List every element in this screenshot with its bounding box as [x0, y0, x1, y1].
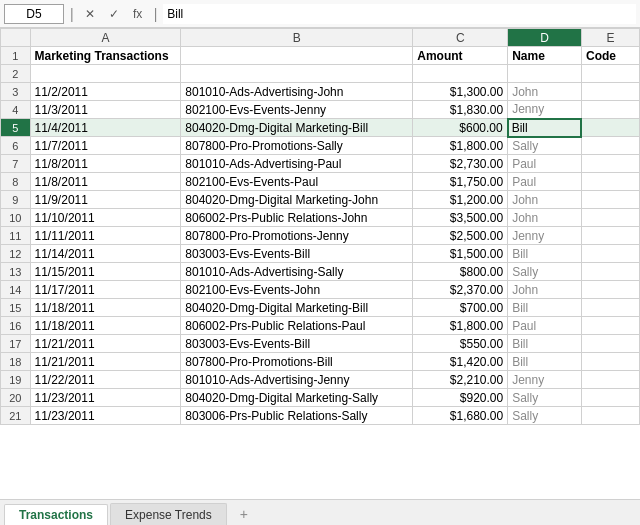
col-header-e[interactable]: E [581, 29, 639, 47]
row-header[interactable]: 3 [1, 83, 31, 101]
cell-e[interactable] [581, 371, 639, 389]
row-header[interactable]: 14 [1, 281, 31, 299]
cell-e[interactable] [581, 353, 639, 371]
tab-expense-trends[interactable]: Expense Trends [110, 503, 227, 525]
cell-b[interactable] [181, 65, 413, 83]
cell-e[interactable] [581, 227, 639, 245]
cell-b[interactable]: 802100-Evs-Events-Jenny [181, 101, 413, 119]
cell-a[interactable]: 11/22/2011 [30, 371, 181, 389]
cell-e[interactable] [581, 281, 639, 299]
cell-e[interactable] [581, 83, 639, 101]
col-header-d[interactable]: D [508, 29, 582, 47]
cell-d[interactable]: Sally [508, 389, 582, 407]
cell-c[interactable]: $1,500.00 [413, 245, 508, 263]
row-header[interactable]: 8 [1, 173, 31, 191]
cell-d[interactable]: Jenny [508, 371, 582, 389]
cell-b[interactable]: 804020-Dmg-Digital Marketing-Bill [181, 299, 413, 317]
cell-c[interactable]: $2,730.00 [413, 155, 508, 173]
cell-a[interactable]: 11/18/2011 [30, 317, 181, 335]
row-header[interactable]: 15 [1, 299, 31, 317]
cell-a[interactable]: 11/9/2011 [30, 191, 181, 209]
cell-c[interactable]: $2,370.00 [413, 281, 508, 299]
cell-a[interactable]: 11/14/2011 [30, 245, 181, 263]
cell-a[interactable]: 11/4/2011 [30, 119, 181, 137]
cell-e[interactable] [581, 335, 639, 353]
cell-a[interactable]: 11/8/2011 [30, 173, 181, 191]
cell-d[interactable]: Jenny [508, 101, 582, 119]
cell-d[interactable]: John [508, 83, 582, 101]
cell-d[interactable]: Bill [508, 299, 582, 317]
cell-e[interactable] [581, 299, 639, 317]
row-header[interactable]: 10 [1, 209, 31, 227]
cell-d[interactable]: Bill [508, 353, 582, 371]
cell-b[interactable]: 807800-Pro-Promotions-Jenny [181, 227, 413, 245]
cell-e[interactable] [581, 317, 639, 335]
cell-c[interactable]: $3,500.00 [413, 209, 508, 227]
row-header[interactable]: 19 [1, 371, 31, 389]
cell-b[interactable]: 803003-Evs-Events-Bill [181, 245, 413, 263]
cell-b[interactable]: 807800-Pro-Promotions-Bill [181, 353, 413, 371]
cell-c[interactable]: $1,300.00 [413, 83, 508, 101]
cell-d[interactable]: Bill [508, 335, 582, 353]
cell-d[interactable]: Bill [508, 119, 582, 137]
cell-b[interactable]: 802100-Evs-Events-Paul [181, 173, 413, 191]
cell-b[interactable]: 801010-Ads-Advertising-Jenny [181, 371, 413, 389]
row-header[interactable]: 17 [1, 335, 31, 353]
cell-c[interactable]: $600.00 [413, 119, 508, 137]
cell-a[interactable]: 11/23/2011 [30, 389, 181, 407]
cell-b[interactable]: 801010-Ads-Advertising-John [181, 83, 413, 101]
cell-c[interactable]: Amount [413, 47, 508, 65]
cell-b[interactable] [181, 47, 413, 65]
cell-b[interactable]: 801010-Ads-Advertising-Paul [181, 155, 413, 173]
cell-a[interactable]: 11/3/2011 [30, 101, 181, 119]
cell-e[interactable] [581, 137, 639, 155]
formula-input[interactable] [163, 4, 636, 24]
cell-a[interactable]: 11/23/2011 [30, 407, 181, 425]
cell-c[interactable]: $1,800.00 [413, 137, 508, 155]
cell-c[interactable]: $2,500.00 [413, 227, 508, 245]
cell-c[interactable]: $1,750.00 [413, 173, 508, 191]
row-header[interactable]: 6 [1, 137, 31, 155]
cancel-button[interactable]: ✕ [80, 4, 100, 24]
cell-a[interactable]: 11/21/2011 [30, 353, 181, 371]
add-tab-button[interactable]: + [233, 503, 255, 525]
row-header[interactable]: 21 [1, 407, 31, 425]
cell-d[interactable]: Paul [508, 155, 582, 173]
cell-c[interactable]: $1,420.00 [413, 353, 508, 371]
row-header[interactable]: 1 [1, 47, 31, 65]
cell-a[interactable]: 11/15/2011 [30, 263, 181, 281]
cell-c[interactable]: $1,680.00 [413, 407, 508, 425]
cell-a[interactable]: 11/17/2011 [30, 281, 181, 299]
row-header[interactable]: 13 [1, 263, 31, 281]
cell-c[interactable]: $1,800.00 [413, 317, 508, 335]
cell-a[interactable]: 11/18/2011 [30, 299, 181, 317]
row-header[interactable]: 9 [1, 191, 31, 209]
cell-b[interactable]: 806002-Prs-Public Relations-Paul [181, 317, 413, 335]
cell-e[interactable] [581, 245, 639, 263]
cell-b[interactable]: 806002-Prs-Public Relations-John [181, 209, 413, 227]
cell-c[interactable]: $2,210.00 [413, 371, 508, 389]
cell-e[interactable] [581, 173, 639, 191]
cell-b[interactable]: 803006-Prs-Public Relations-Sally [181, 407, 413, 425]
cell-e[interactable] [581, 65, 639, 83]
cell-d[interactable]: Jenny [508, 227, 582, 245]
col-header-b[interactable]: B [181, 29, 413, 47]
row-header[interactable]: 18 [1, 353, 31, 371]
cell-e[interactable] [581, 119, 639, 137]
cell-e[interactable] [581, 101, 639, 119]
cell-e[interactable] [581, 407, 639, 425]
cell-e[interactable]: Code [581, 47, 639, 65]
cell-b[interactable]: 804020-Dmg-Digital Marketing-John [181, 191, 413, 209]
cell-d[interactable]: Sally [508, 407, 582, 425]
cell-e[interactable] [581, 263, 639, 281]
cell-c[interactable]: $920.00 [413, 389, 508, 407]
cell-d[interactable]: John [508, 191, 582, 209]
cell-a[interactable]: 11/7/2011 [30, 137, 181, 155]
row-header[interactable]: 16 [1, 317, 31, 335]
row-header[interactable]: 11 [1, 227, 31, 245]
cell-a[interactable]: 11/11/2011 [30, 227, 181, 245]
cell-c[interactable]: $1,830.00 [413, 101, 508, 119]
cell-c[interactable] [413, 65, 508, 83]
cell-c[interactable]: $550.00 [413, 335, 508, 353]
col-header-c[interactable]: C [413, 29, 508, 47]
